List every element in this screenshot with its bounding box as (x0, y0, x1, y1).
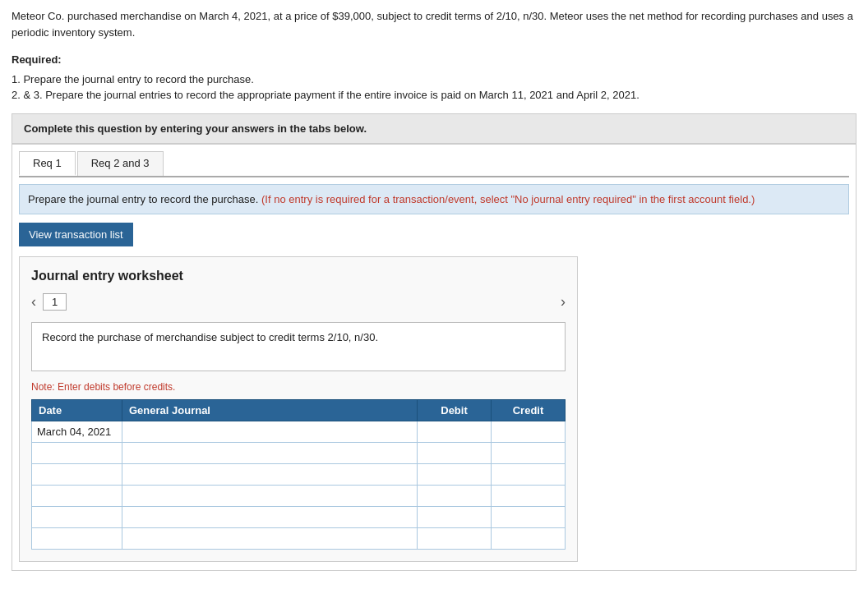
table-row (32, 528, 566, 550)
debit-input-6[interactable] (418, 528, 491, 549)
col-header-credit: Credit (492, 400, 566, 421)
debit-cell-3[interactable] (418, 464, 492, 486)
credit-input-1[interactable] (492, 421, 565, 442)
credit-input-5[interactable] (492, 507, 565, 527)
debit-input-5[interactable] (418, 507, 491, 527)
credit-input-6[interactable] (492, 528, 565, 549)
credit-cell-6[interactable] (492, 528, 566, 550)
credit-cell-3[interactable] (492, 464, 566, 486)
credit-input-4[interactable] (492, 486, 565, 506)
info-banner: Prepare the journal entry to record the … (19, 184, 849, 215)
page-number: 1 (43, 293, 67, 311)
table-row: March 04, 2021 (32, 421, 566, 443)
view-transaction-list-button[interactable]: View transaction list (19, 223, 133, 246)
journal-title: Journal entry worksheet (31, 269, 566, 283)
credit-cell-4[interactable] (492, 486, 566, 507)
credit-input-2[interactable] (492, 443, 565, 463)
intro-text: Meteor Co. purchased merchandise on Marc… (12, 8, 856, 40)
tabs-content-wrapper: Req 1 Req 2 and 3 Prepare the journal en… (12, 144, 856, 572)
debit-cell-1[interactable] (418, 421, 492, 443)
table-row (32, 464, 566, 486)
table-row (32, 443, 566, 464)
date-cell-5 (32, 507, 122, 528)
general-journal-cell-3[interactable] (122, 464, 418, 486)
col-header-date: Date (32, 400, 122, 421)
date-cell-2 (32, 443, 122, 464)
general-journal-input-2[interactable] (122, 443, 417, 463)
next-arrow-icon[interactable]: › (561, 293, 566, 311)
required-section: Required: 1. Prepare the journal entry t… (12, 52, 856, 104)
debit-cell-2[interactable] (418, 443, 492, 464)
general-journal-input-4[interactable] (122, 486, 417, 506)
credit-input-3[interactable] (492, 464, 565, 485)
col-header-debit: Debit (418, 400, 492, 421)
date-cell-3 (32, 464, 122, 486)
debit-cell-4[interactable] (418, 486, 492, 507)
prev-arrow-icon[interactable]: ‹ (31, 293, 36, 311)
debit-input-4[interactable] (418, 486, 491, 506)
journal-table: Date General Journal Debit Credit March … (31, 399, 566, 550)
info-banner-red-text: (If no entry is required for a transacti… (261, 193, 755, 205)
required-item2: 2. & 3. Prepare the journal entries to r… (12, 87, 856, 104)
credit-cell-1[interactable] (492, 421, 566, 443)
col-header-general: General Journal (122, 400, 418, 421)
debit-cell-6[interactable] (418, 528, 492, 550)
general-journal-cell-4[interactable] (122, 486, 418, 507)
general-journal-input-6[interactable] (122, 528, 417, 549)
debit-input-3[interactable] (418, 464, 491, 485)
nav-row: ‹ 1 › (31, 293, 566, 311)
general-journal-input-3[interactable] (122, 464, 417, 485)
required-title: Required: (12, 52, 856, 68)
tabs-container: Req 1 Req 2 and 3 (19, 151, 849, 177)
instruction-box: Complete this question by entering your … (12, 113, 856, 144)
info-banner-prefix: Prepare the journal entry to record the … (28, 193, 261, 205)
required-item1: 1. Prepare the journal entry to record t… (12, 71, 856, 88)
date-cell-6 (32, 528, 122, 550)
tab-req1-label: Req 1 (33, 157, 62, 169)
general-journal-cell-2[interactable] (122, 443, 418, 464)
credit-cell-5[interactable] (492, 507, 566, 528)
record-description: Record the purchase of merchandise subje… (31, 322, 566, 371)
journal-worksheet: Journal entry worksheet ‹ 1 › Record the… (19, 256, 578, 562)
tabs-wrapper: Req 1 Req 2 and 3 (12, 145, 856, 177)
general-journal-cell-6[interactable] (122, 528, 418, 550)
general-journal-input-5[interactable] (122, 507, 417, 527)
debit-input-1[interactable] (418, 421, 491, 442)
tab-req2and3-label: Req 2 and 3 (91, 157, 150, 169)
tab-req2and3[interactable]: Req 2 and 3 (77, 151, 164, 176)
tab-req1[interactable]: Req 1 (19, 151, 76, 176)
general-journal-cell-5[interactable] (122, 507, 418, 528)
note-text: Note: Enter debits before credits. (31, 381, 566, 393)
table-row (32, 486, 566, 507)
debit-cell-5[interactable] (418, 507, 492, 528)
table-row (32, 507, 566, 528)
content-area: Prepare the journal entry to record the … (12, 177, 856, 571)
date-cell-1: March 04, 2021 (32, 421, 122, 443)
general-journal-input-1[interactable] (122, 421, 417, 442)
debit-input-2[interactable] (418, 443, 491, 463)
date-cell-4 (32, 486, 122, 507)
instruction-text: Complete this question by entering your … (24, 122, 367, 135)
credit-cell-2[interactable] (492, 443, 566, 464)
record-description-text: Record the purchase of merchandise subje… (42, 331, 378, 343)
general-journal-cell-1[interactable] (122, 421, 418, 443)
